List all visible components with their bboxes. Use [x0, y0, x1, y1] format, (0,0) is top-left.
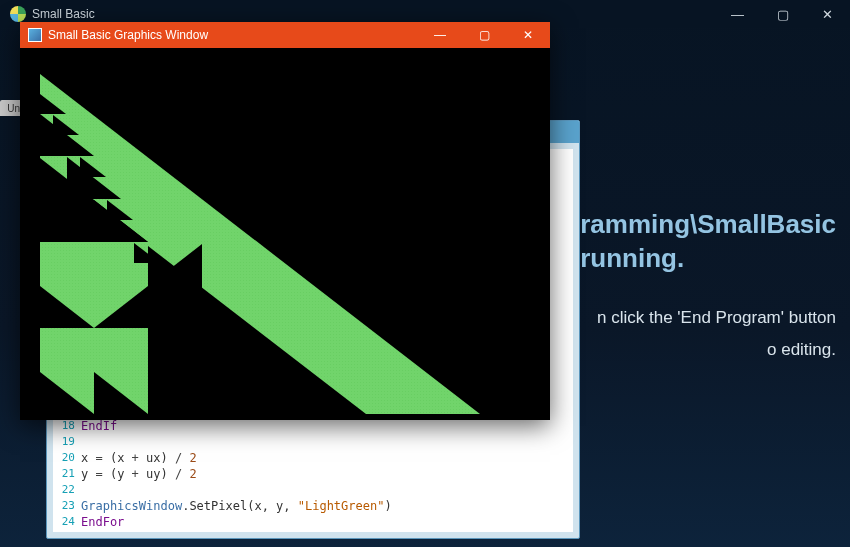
line-number: 22 [53, 482, 81, 498]
fractal-hole-icon [148, 246, 366, 414]
fractal-hole-icon [80, 157, 106, 177]
fractal-hole-icon [161, 286, 187, 306]
fractal-hole-icon [94, 179, 120, 199]
code-line[interactable]: 18EndIf [53, 418, 573, 434]
running-path-fragment: ramming\SmallBasic [580, 208, 836, 242]
code-text: y = (y + uy) / 2 [81, 466, 197, 482]
graphics-window-icon [28, 28, 42, 42]
line-number: 23 [53, 498, 81, 514]
graphics-title: Small Basic Graphics Window [48, 28, 418, 42]
code-text: EndFor [81, 514, 124, 530]
running-hint-2: o editing. [767, 340, 836, 360]
ide-maximize-button[interactable]: ▢ [760, 0, 805, 28]
gfx-minimize-button[interactable]: — [418, 22, 462, 48]
fractal-hole-icon [40, 114, 94, 156]
code-text: x = (x + ux) / 2 [81, 450, 197, 466]
fractal-hole-icon [202, 329, 256, 371]
running-label: running. [580, 242, 836, 276]
fractal-hole-icon [94, 244, 202, 328]
program-running-heading: ramming\SmallBasic running. [580, 208, 836, 276]
fractal-hole-icon [40, 158, 148, 242]
line-number: 18 [53, 418, 81, 434]
small-basic-logo-icon [10, 6, 26, 22]
fractal-hole-icon [67, 157, 121, 199]
gfx-close-button[interactable]: ✕ [506, 22, 550, 48]
line-number: 19 [53, 434, 81, 450]
fractal-hole-icon [256, 372, 310, 414]
fractal-hole-icon [120, 222, 146, 242]
fractal-hole-icon [229, 394, 255, 414]
sierpinski-triangle-icon [40, 74, 480, 414]
code-line[interactable]: 19 [53, 434, 573, 450]
graphics-window: Small Basic Graphics Window — ▢ ✕ [20, 22, 550, 420]
fractal-hole-icon [202, 351, 228, 371]
running-hint-1: n click the 'End Program' button [597, 308, 836, 328]
fractal-hole-icon [215, 372, 241, 392]
ide-minimize-button[interactable]: — [715, 0, 760, 28]
code-line[interactable]: 21y = (y + uy) / 2 [53, 466, 573, 482]
fractal-hole-icon [188, 329, 214, 349]
fractal-hole-icon [40, 372, 94, 414]
graphics-canvas [20, 48, 550, 420]
fractal-hole-icon [175, 308, 201, 328]
code-text: GraphicsWindow.SetPixel(x, y, "LightGree… [81, 498, 392, 514]
fractal-hole-icon [53, 115, 79, 135]
code-line[interactable]: 22 [53, 482, 573, 498]
line-number: 21 [53, 466, 81, 482]
fractal-hole-icon [148, 286, 202, 328]
fractal-hole-icon [107, 200, 133, 220]
fractal-hole-icon [40, 94, 66, 114]
code-line[interactable]: 23GraphicsWindow.SetPixel(x, y, "LightGr… [53, 498, 573, 514]
line-number: 24 [53, 514, 81, 530]
fractal-hole-icon [40, 286, 94, 328]
graphics-titlebar[interactable]: Small Basic Graphics Window — ▢ ✕ [20, 22, 550, 48]
fractal-hole-icon [67, 136, 93, 156]
fractal-hole-icon [134, 243, 160, 263]
ide-title: Small Basic [32, 7, 715, 21]
fractal-hole-icon [148, 265, 174, 285]
line-number: 20 [53, 450, 81, 466]
code-line[interactable]: 24EndFor [53, 514, 573, 530]
code-line[interactable]: 20x = (x + ux) / 2 [53, 450, 573, 466]
gfx-maximize-button[interactable]: ▢ [462, 22, 506, 48]
code-text: EndIf [81, 418, 117, 434]
ide-close-button[interactable]: ✕ [805, 0, 850, 28]
fractal-hole-icon [94, 372, 148, 414]
fractal-hole-icon [94, 200, 148, 242]
